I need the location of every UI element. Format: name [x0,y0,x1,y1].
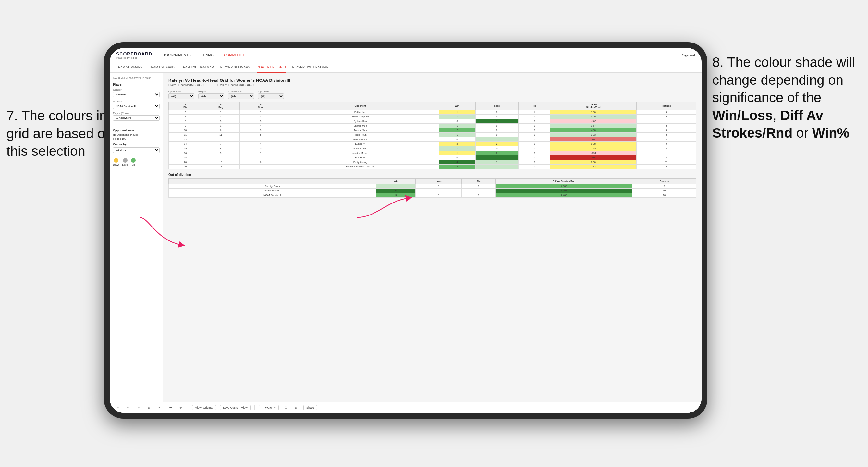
legend-dot-level [123,158,127,163]
table-row: 11 11 5 Heejo Hyun 1 0 0 3.33 3 [169,133,696,137]
opponents-filter-select[interactable]: (All) [168,93,194,99]
sub-nav-team-summary[interactable]: TEAM SUMMARY [116,62,143,73]
arrow-right [344,191,415,224]
clock-btn[interactable]: ⊕ [178,405,184,410]
table-row: 3 1 1 Esther Lee 1 0 1 1.50 4 [169,110,696,115]
sub-nav-player-h2h-grid[interactable]: PLAYER H2H GRID [257,62,285,73]
right-panel: Katelyn Vo Head-to-Head Grid for Women's… [163,73,702,413]
share-btn[interactable]: Share [303,405,317,410]
table-row: 20 11 7 Federica Domecq Lacroze 2 1 0 1.… [169,164,696,169]
logo-area: SCOREBOARD Powered by clippd [116,51,152,59]
ood-col-loss: Loss [416,179,461,184]
sidebar-player-rank-label: Player (Rank) [113,112,160,115]
col-rounds: Rounds [636,102,696,110]
annotation-bold-winpct: Win% [812,125,849,141]
sidebar-gender-select[interactable]: Women's [113,92,160,97]
sub-nav-player-summary[interactable]: PLAYER SUMMARY [220,62,250,73]
nav-committee[interactable]: COMMITTEE [223,48,247,62]
legend-label-level: Level [122,163,128,166]
col-conf: #Conf [240,102,282,110]
table-row: Foreign Team 1 0 0 4.500 2 [169,184,696,189]
legend-row: Down Level Up [113,158,160,166]
opponent-filter-select[interactable]: (All) [258,93,284,99]
view-original-btn[interactable]: View: Original [192,405,216,410]
table-row: 9 1 4 Sharon Mun 1 0 0 3.67 3 [169,124,696,128]
col-reg: #Reg [202,102,240,110]
legend-label-down: Down [113,163,119,166]
legend-label-up: Up [131,163,135,166]
opponents-filter: Opponents: (All) [168,90,194,99]
conference-filter: Conference (All) [228,90,254,99]
logo-text: SCOREBOARD [116,51,152,57]
table-row: 14 7 4 Eunice Yi 2 2 0 0.38 9 [169,142,696,146]
layout-btn[interactable]: ⬡ [283,405,289,410]
sidebar-division-select[interactable]: NCAA Division III [113,103,160,109]
table-row: 16 3 1 Jessica Mason 1 2 0 -0.94 [169,151,696,155]
region-filter-label: Region [198,90,224,93]
sub-nav-team-h2h-grid[interactable]: TEAM H2H GRID [149,62,175,73]
opponent-view-title: Opponent view [113,129,160,132]
table-row: NCAA Division 2 5 0 0 7.400 10 [169,193,696,198]
watch-btn[interactable]: 👁 Watch ▾ [259,405,279,410]
sidebar-player-title: Player [113,83,160,86]
table-row: 13 1 1 Jessica Huang 0 1 0 -3.00 2 [169,137,696,142]
table-row: 15 8 5 Stella Cheng 1 0 0 1.25 4 [169,146,696,151]
save-custom-view-btn[interactable]: Save Custom View [220,405,250,410]
colour-by-select[interactable]: Win/loss [113,147,160,153]
opponents-filter-label: Opponents: [168,90,194,93]
region-filter-select[interactable]: (All) [198,93,224,99]
main-data-table: #Div #Reg #Conf Opponent Win Loss Tie Di… [168,101,696,169]
sidebar-timestamp: Last Updated: 27/03/2024 16:55:38 [113,76,160,80]
more-btn[interactable]: ••• [167,405,174,410]
overall-record: Overall Record: 353 - 34 - 6 [168,84,205,87]
sign-out[interactable]: Sign out [682,53,695,57]
annotation-bold-winloss: Win/Loss [712,108,773,123]
sidebar-player-rank-select[interactable]: 8. Katelyn Vo [113,115,160,121]
annotation-right-text: 8. The colour shade will change dependin… [712,55,855,141]
top100-option[interactable]: Top 100 [113,137,160,140]
grid-title: Katelyn Vo Head-to-Head Grid for Women's… [168,78,696,83]
table-row: 20 10 6 Emily Chang 4 1 0 0.30 11 [169,160,696,164]
sub-nav: TEAM SUMMARY TEAM H2H GRID TEAM H2H HEAT… [110,62,702,73]
annotation-or: or [796,125,808,141]
arrow-left [130,214,195,253]
radio-top100[interactable] [113,137,116,140]
logo-sub: Powered by clippd [116,57,152,59]
filters-row: Opponents: (All) Region (All) Conference [168,90,696,99]
opponent-filter: Opponent (All) [258,90,284,99]
col-opponent: Opponent [282,102,439,110]
sidebar-division-label: Division [113,100,160,103]
grid-subtitle: Overall Record: 353 - 34 - 6 Division Re… [168,84,696,87]
toolbar-sep [188,405,188,410]
nav-items: TOURNAMENTS TEAMS COMMITTEE [162,48,682,62]
tablet-screen: SCOREBOARD Powered by clippd TOURNAMENTS… [110,48,702,413]
table-row: 10 6 3 Andrea York 2 0 0 4.00 4 [169,128,696,133]
ood-col-win: Win [376,179,416,184]
legend-dot-down [114,158,118,163]
conference-filter-select[interactable]: (All) [228,93,254,99]
out-of-division-title: Out of division [168,173,696,177]
grid2-btn[interactable]: ⊞ [293,405,300,410]
nav-teams[interactable]: TEAMS [200,48,215,62]
annotation-right: 8. The colour shade will change dependin… [712,54,862,142]
nav-tournaments[interactable]: TOURNAMENTS [162,48,192,62]
region-filter: Region (All) [198,90,224,99]
sub-nav-player-h2h-heatmap[interactable]: PLAYER H2H HEATMAP [292,62,329,73]
ood-col-rounds: Rounds [632,179,696,184]
main-content: Last Updated: 27/03/2024 16:55:38 Player… [110,73,702,413]
opponents-played-option[interactable]: Opponents Played [113,133,160,136]
toolbar-sep2 [254,405,255,410]
ood-col-diff: Diff Av Strokes/Rnd [496,179,632,184]
opponent-filter-label: Opponent [258,90,284,93]
col-diff: Diff AvStrokes/Rnd [550,102,636,110]
top-nav: SCOREBOARD Powered by clippd TOURNAMENTS… [110,48,702,62]
legend-dot-up [131,158,136,163]
conference-filter-label: Conference [228,90,254,93]
sub-nav-team-h2h-heatmap[interactable]: TEAM H2H HEATMAP [181,62,214,73]
table-row: 6 3 3 Sydney Kuo 0 1 0 -1.00 [169,119,696,124]
col-tie: Tie [519,102,550,110]
col-loss: Loss [475,102,518,110]
radio-opponents-played[interactable] [113,134,116,136]
table-row: 18 2 2 Euna Lee 0 1 0 -5.00 2 [169,155,696,160]
sidebar-gender-label: Gender [113,88,160,91]
